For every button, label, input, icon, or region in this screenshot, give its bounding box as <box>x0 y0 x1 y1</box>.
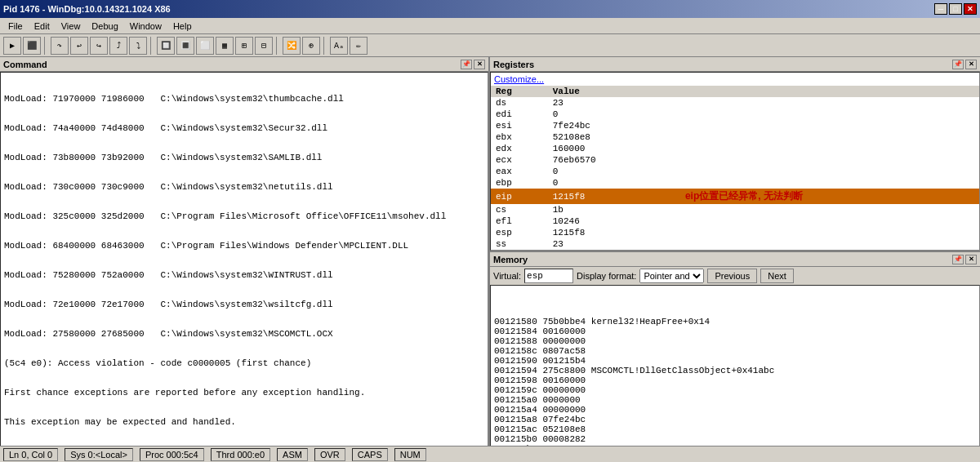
toolbar-btn-16[interactable]: Aₐ <box>330 37 348 55</box>
memory-pin-btn[interactable]: 📌 <box>952 255 964 264</box>
registers-panel-header: Registers 📌 ✕ <box>490 57 980 72</box>
toolbar-sep-1 <box>44 37 47 55</box>
status-bar: Ln 0, Col 0 Sys 0:<Local> Proc 000:5c4 T… <box>0 446 980 462</box>
toolbar-btn-7[interactable]: ⤵ <box>129 37 147 55</box>
cmd-line-7: ModLoad: 75280000 752a0000 C:\Windows\sy… <box>4 270 484 280</box>
reg-name: eax <box>491 166 548 177</box>
memory-line: 00121580 75b0bbe4 kernel32!HeapFree+0x14 <box>494 317 976 327</box>
registers-label: Registers <box>493 60 534 69</box>
cmd-line-6: ModLoad: 68400000 68463000 C:\Program Fi… <box>4 241 484 251</box>
toolbar-btn-10[interactable]: ⬜ <box>196 37 214 55</box>
toolbar-btn-12[interactable]: ⊞ <box>235 37 253 55</box>
menu-debug[interactable]: Debug <box>87 20 122 33</box>
reg-value: 7fe24bc <box>548 120 664 131</box>
reg-annotation <box>664 227 979 238</box>
toolbar-btn-5[interactable]: ↪ <box>90 37 108 55</box>
memory-line: 00121588 00000000 <box>494 336 976 346</box>
reg-value: 0 <box>548 177 664 189</box>
reg-row: cs1b <box>491 204 979 215</box>
toolbar-btn-2[interactable]: ⬛ <box>23 37 41 55</box>
registers-header-controls: 📌 ✕ <box>952 60 977 69</box>
status-thrd: Thrd 000:e0 <box>211 448 270 461</box>
toolbar-btn-1[interactable]: ▶ <box>3 37 21 55</box>
toolbar-btn-14[interactable]: 🔀 <box>283 37 301 55</box>
reg-annotation <box>664 120 979 131</box>
registers-content[interactable]: Customize... Reg Value ds23edi0esi7fe24b… <box>490 72 980 251</box>
reg-row: efl10246 <box>491 215 979 227</box>
maximize-button[interactable]: □ <box>949 3 962 15</box>
toolbar-sep-3 <box>276 37 279 55</box>
toolbar-btn-17[interactable]: ✏ <box>350 37 368 55</box>
toolbar-btn-3[interactable]: ↷ <box>51 37 69 55</box>
toolbar-btn-15[interactable]: ⊕ <box>302 37 320 55</box>
reg-name: eip <box>491 189 548 204</box>
close-button[interactable]: ✕ <box>964 3 977 15</box>
status-sys: Sys 0:<Local> <box>65 448 133 461</box>
memory-previous-button[interactable]: Previous <box>707 269 757 283</box>
toolbar-btn-4[interactable]: ↩ <box>70 37 88 55</box>
menu-edit[interactable]: Edit <box>29 20 55 33</box>
command-pin-btn[interactable]: 📌 <box>461 60 472 69</box>
customize-link[interactable]: Customize... <box>491 73 547 86</box>
registers-table: Reg Value ds23edi0esi7fe24bcebx52108e8ed… <box>491 86 979 250</box>
menu-help[interactable]: Help <box>168 20 197 33</box>
reg-row: ebp0 <box>491 177 979 189</box>
reg-name: ebp <box>491 177 548 189</box>
reg-row: esp1215f8 <box>491 227 979 238</box>
reg-name: ss <box>491 238 548 250</box>
toolbar-sep-4 <box>323 37 327 55</box>
reg-name: esp <box>491 227 548 238</box>
reg-row: ebx52108e8 <box>491 131 979 143</box>
reg-row: ds23 <box>491 97 979 109</box>
command-close-btn[interactable]: ✕ <box>474 60 485 69</box>
memory-line: 001215b0 00008282 <box>494 434 976 444</box>
reg-col-header: Reg <box>491 86 548 97</box>
reg-row: edi0 <box>491 109 979 120</box>
reg-name: efl <box>491 215 548 227</box>
memory-toolbar: Virtual: Display format: Pointer and Byt… <box>490 267 980 285</box>
title-bar: Pid 1476 - WinDbg:10.0.14321.1024 X86 ─ … <box>0 0 980 18</box>
reg-value: 23 <box>548 97 664 109</box>
reg-value: 0 <box>548 166 664 177</box>
reg-name: cs <box>491 204 548 215</box>
minimize-button[interactable]: ─ <box>934 3 947 15</box>
reg-row: ecx76eb6570 <box>491 154 979 166</box>
cmd-line-9: ModLoad: 27580000 27685000 C:\Windows\sy… <box>4 329 484 339</box>
memory-line: 001215ac 052108e8 <box>494 424 976 434</box>
reg-annotation <box>664 97 979 109</box>
command-header-controls: 📌 ✕ <box>461 60 485 69</box>
menu-view[interactable]: View <box>56 20 86 33</box>
toolbar-sep-2 <box>150 37 154 55</box>
cmd-line-4: ModLoad: 730c0000 730c9000 C:\Windows\sy… <box>4 182 484 192</box>
left-panel: Command 📌 ✕ ModLoad: 71970000 71986000 C… <box>0 57 490 446</box>
cmd-line-12: This exception may be expected and handl… <box>4 417 484 427</box>
reg-row: edx160000 <box>491 143 979 154</box>
registers-pin-btn[interactable]: 📌 <box>952 60 964 69</box>
toolbar-btn-8[interactable]: 🔲 <box>157 37 175 55</box>
menu-file[interactable]: File <box>3 20 28 33</box>
title-bar-controls: ─ □ ✕ <box>934 3 977 15</box>
toolbar-btn-6[interactable]: ⤴ <box>109 37 127 55</box>
reg-value: 1b <box>548 204 664 215</box>
command-output[interactable]: ModLoad: 71970000 71986000 C:\Windows\sy… <box>0 72 488 462</box>
reg-value: 23 <box>548 238 664 250</box>
toolbar-btn-11[interactable]: ▦ <box>216 37 234 55</box>
memory-line: 0012159c 00000000 <box>494 385 976 395</box>
status-caps: CAPS <box>352 448 388 461</box>
customize-link-container: Customize... <box>491 73 979 86</box>
reg-annotation <box>664 238 979 250</box>
reg-name: esi <box>491 120 548 131</box>
display-format-select[interactable]: Pointer and Bytes Words DWords <box>639 269 704 283</box>
memory-close-btn[interactable]: ✕ <box>965 255 977 264</box>
toolbar-btn-9[interactable]: 🔳 <box>176 37 194 55</box>
virtual-label: Virtual: <box>493 271 521 281</box>
registers-close-btn[interactable]: ✕ <box>965 60 977 69</box>
reg-value: 52108e8 <box>548 131 664 143</box>
memory-content[interactable]: 00121580 75b0bbe4 kernel32!HeapFree+0x14… <box>490 285 980 462</box>
toolbar-btn-13[interactable]: ⊟ <box>255 37 273 55</box>
val-col-header: Value <box>548 86 664 97</box>
virtual-input[interactable] <box>524 269 573 283</box>
menu-window[interactable]: Window <box>125 20 167 33</box>
memory-next-button[interactable]: Next <box>760 269 794 283</box>
reg-name: edi <box>491 109 548 120</box>
